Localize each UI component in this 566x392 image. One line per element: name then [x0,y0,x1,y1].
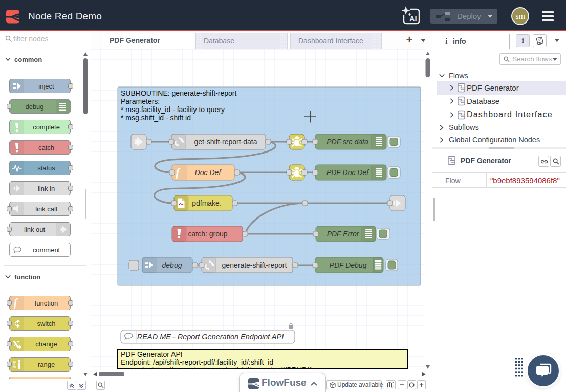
svg-text:SUBROUTINE: generate-shift-rep: SUBROUTINE: generate-shift-report [121,89,237,97]
svg-text:Parameters:: Parameters: [121,97,160,105]
svg-text:AI: AI [409,15,417,23]
svg-text:PDF src data: PDF src data [326,138,368,146]
svg-text:catch: group: catch: group [188,230,227,238]
svg-text:get-shift-report-data: get-shift-report-data [194,138,257,146]
svg-text:* msg.facility_id - facility t: * msg.facility_id - facility to query [121,105,225,114]
svg-text:* msg.shift_id - shift id: * msg.shift_id - shift id [121,114,191,122]
svg-text:generate-shift-report: generate-shift-report [222,261,287,269]
svg-text:READ ME - Report Generation En: READ ME - Report Generation Endpoint API [137,333,284,341]
svg-text:debug: debug [162,261,182,269]
svg-text:PDF Error: PDF Error [327,230,360,238]
svg-text:pdfmake.: pdfmake. [192,199,222,207]
svg-text:PDF Doc Def: PDF Doc Def [326,168,369,177]
svg-text:PDF Debug: PDF Debug [330,261,367,269]
svg-text:Doc Def: Doc Def [195,168,222,177]
svg-text:PDF Generator API: PDF Generator API [121,350,183,358]
